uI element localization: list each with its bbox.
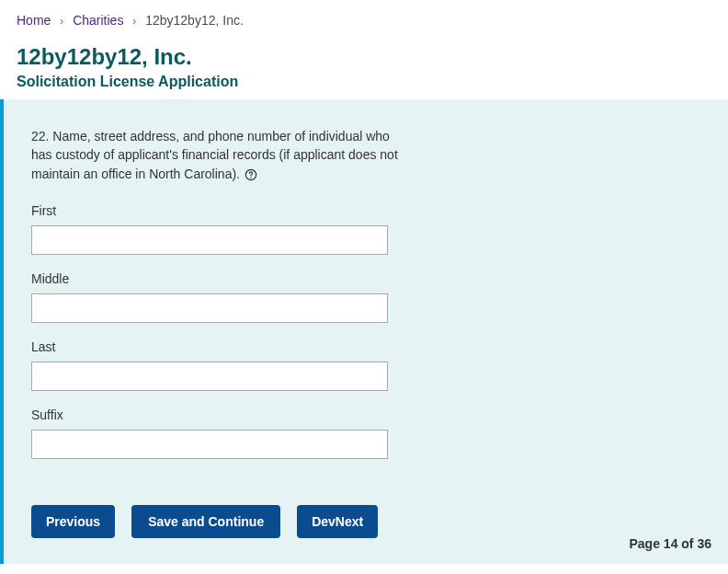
save-and-continue-button[interactable]: Save and Continue — [131, 505, 280, 538]
chevron-right-icon: › — [60, 15, 63, 28]
chevron-right-icon: › — [132, 15, 136, 28]
breadcrumb-charities[interactable]: Charities — [73, 13, 123, 28]
breadcrumb-home[interactable]: Home — [17, 13, 51, 28]
page-title: 12by12by12, Inc. — [17, 44, 711, 70]
svg-point-1 — [250, 177, 251, 178]
first-input[interactable] — [31, 225, 388, 255]
previous-button[interactable]: Previous — [31, 505, 115, 538]
devnext-button[interactable]: DevNext — [297, 505, 378, 538]
middle-input[interactable] — [31, 293, 388, 323]
question-22: 22. Name, street address, and phone numb… — [31, 127, 399, 183]
breadcrumb: Home › Charities › 12by12by12, Inc. — [17, 13, 711, 28]
label-middle: Middle — [31, 271, 700, 286]
question-text: 22. Name, street address, and phone numb… — [31, 129, 398, 181]
last-input[interactable] — [31, 362, 388, 391]
suffix-input[interactable] — [31, 430, 388, 459]
label-first: First — [31, 203, 700, 218]
page-subtitle: Solicitation License Application — [17, 74, 711, 90]
form-panel: 22. Name, street address, and phone numb… — [0, 99, 728, 564]
breadcrumb-current: 12by12by12, Inc. — [145, 13, 244, 28]
help-icon[interactable] — [245, 168, 257, 181]
page-indicator: Page 14 of 36 — [630, 536, 712, 551]
label-suffix: Suffix — [31, 408, 700, 422]
label-last: Last — [31, 339, 700, 354]
